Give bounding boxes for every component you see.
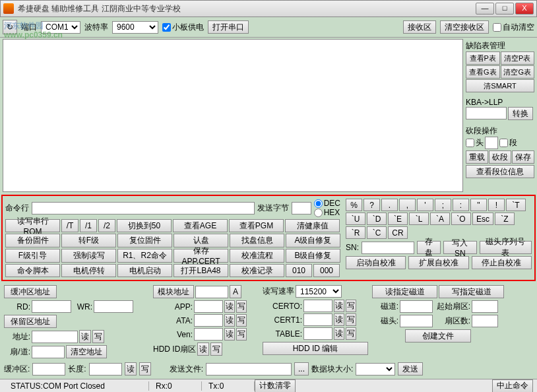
convert-button[interactable]: 转换 [508,107,533,120]
buffer-input[interactable] [32,363,65,376]
cmd-btn[interactable]: 校准流程 [230,249,284,263]
buf-addr-button[interactable]: 缓冲区地址 [4,285,57,298]
hdd-write[interactable]: 写 [210,343,222,356]
hex-radio[interactable]: HEX [314,208,340,217]
ata-write[interactable]: 写 [236,314,247,327]
char-btn[interactable]: ; [435,199,451,211]
cmd-btn[interactable]: 电机停转 [61,264,116,277]
cmd-btn[interactable]: 命令脚本 [5,264,60,277]
char-btn[interactable]: `C [367,226,387,239]
minimize-button[interactable]: — [476,3,494,15]
reload-button[interactable]: 重载 [466,150,488,164]
refresh-icon[interactable]: ↻ [3,20,17,34]
cmd-btn[interactable]: 查看AGE [173,219,228,232]
char-btn[interactable]: % [346,199,362,211]
cmd-btn[interactable]: 校准记录 [230,264,284,277]
cut-button[interactable]: 砍段 [489,150,511,164]
cmd-btn[interactable]: /2 [98,219,115,232]
cmd-btn[interactable]: 010 [286,264,312,277]
cmd-btn[interactable]: 找盘信息 [230,234,284,247]
cut-input[interactable] [485,137,498,149]
char-btn[interactable]: ' [417,199,433,211]
cmd-btn[interactable]: /T [61,219,79,232]
start-selfcheck-button[interactable]: 启动自校准 [346,256,406,269]
cr-btn[interactable]: CR [388,226,408,239]
clear-addr-button[interactable]: 清空地址 [66,345,107,358]
mod-addr-input[interactable] [195,286,228,298]
auto-clear-check[interactable]: 自动清空 [493,22,534,33]
extend-selfcheck-button[interactable]: 扩展自校准 [408,256,468,269]
addr-read-button[interactable]: 读 [79,330,91,343]
addr-write-button[interactable]: 写 [92,330,104,343]
char-btn[interactable]: `D [367,212,387,225]
kballp-input[interactable] [466,107,507,119]
keep-addr-button[interactable]: 保留区地址 [4,315,57,328]
char-btn[interactable]: `E [388,212,408,225]
char-btn[interactable]: : [453,199,469,211]
length-input[interactable] [89,363,122,376]
close-button[interactable]: X [515,3,534,15]
cmd-btn[interactable]: 打开LBA48 [174,264,228,277]
char-btn[interactable]: `U [346,212,365,225]
cmd-btn[interactable]: 电机启动 [117,264,172,277]
hdd-edit-button[interactable]: HDD ID 编辑 [263,342,368,355]
sector-input[interactable] [32,346,65,358]
seg-check[interactable]: 段 [499,137,517,148]
cmd-btn[interactable]: 复位固件 [117,234,172,247]
char-btn[interactable]: ! [488,199,505,211]
char-btn[interactable]: `A [430,212,450,225]
small-power-check[interactable]: 小板供电 [162,22,204,33]
sector-count-input[interactable] [472,315,498,327]
char-btn[interactable]: `Z [495,212,515,225]
char-btn[interactable]: `O [451,212,471,225]
count-clear-button[interactable]: 计数清零 [255,379,296,393]
stop-selfcheck-button[interactable]: 停止自校准 [472,256,532,269]
cmd-btn[interactable]: 强制读写 [61,249,116,263]
block-size-select[interactable] [356,363,395,376]
cmd-btn[interactable]: 转F级 [61,234,116,247]
port-select[interactable]: COM1 [41,21,80,34]
certo-read[interactable]: 读 [334,300,344,312]
ven-write[interactable]: 写 [236,328,247,341]
cmd-btn[interactable]: R1、R2命令 [117,249,172,263]
cmd-btn[interactable]: 000 [313,264,340,277]
recv-zone-button[interactable]: 接收区 [403,20,436,34]
cmd-input[interactable] [32,202,255,214]
char-btn[interactable]: , [399,199,416,211]
cmd-btn[interactable]: 切换到50 [117,219,172,232]
abort-button[interactable]: 中止命令 [492,379,533,393]
cert1-read[interactable]: 读 [334,313,344,326]
cmd-btn[interactable]: 清健康值 [285,219,340,232]
cmd-btn[interactable]: 查看PGM [229,219,284,232]
cert1-write[interactable]: 写 [346,313,356,326]
app-input[interactable] [194,300,223,313]
write-sn-button[interactable]: 写入SN [443,241,477,254]
table-read[interactable]: 读 [334,327,344,340]
cmd-btn[interactable]: 保存APP.CERT [174,249,228,263]
char-btn[interactable]: `T [506,199,526,211]
clear-recv-button[interactable]: 清空接收区 [440,20,489,34]
save-cut-button[interactable]: 保存 [512,150,534,164]
char-btn[interactable]: `L [409,212,429,225]
ata-input[interactable] [194,314,223,327]
open-port-button[interactable]: 打开串口 [208,20,249,34]
ven-input[interactable] [194,328,223,341]
cmd-btn[interactable]: F级引导 [5,249,60,263]
cmd-btn[interactable]: 备份固件 [5,234,60,247]
cmd-btn[interactable]: /1 [80,219,97,232]
ven-read[interactable]: 读 [224,328,235,341]
head-check[interactable]: 头 [466,137,484,148]
char-btn[interactable]: . [381,199,398,211]
clear-p-button[interactable]: 清空P表 [501,51,535,65]
char-btn[interactable]: " [470,199,487,211]
create-file-button[interactable]: 创建文件 [405,329,471,343]
table-write[interactable]: 写 [346,327,356,340]
cmd-btn[interactable]: A级自修复 [286,234,340,247]
track-input[interactable] [400,300,433,313]
buf-read[interactable]: 读 [125,362,137,376]
certo-write[interactable]: 写 [346,300,356,312]
char-btn[interactable]: ? [363,199,380,211]
clear-smart-button[interactable]: 清SMART [466,79,534,92]
head-input[interactable] [400,315,433,327]
table-input[interactable] [303,327,332,340]
